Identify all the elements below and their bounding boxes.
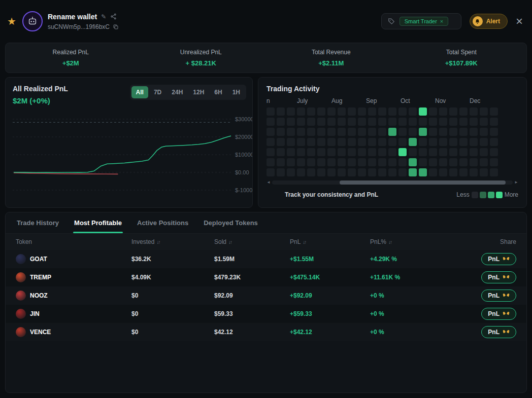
heatmap-cell[interactable] xyxy=(297,158,305,166)
sort-icon[interactable]: ↓↑ xyxy=(388,239,392,245)
heatmap-cell[interactable] xyxy=(409,107,417,116)
heatmap-cell[interactable] xyxy=(439,158,447,166)
heatmap-cell[interactable] xyxy=(287,118,295,126)
heatmap-cell[interactable] xyxy=(388,168,396,176)
sort-icon[interactable]: ↓↑ xyxy=(156,239,160,245)
heatmap-cell[interactable] xyxy=(327,118,336,126)
heatmap-cell[interactable] xyxy=(368,107,376,116)
heatmap-cell[interactable] xyxy=(267,118,275,126)
share-pnl-button[interactable]: PnL xyxy=(481,271,516,283)
heatmap-cell[interactable] xyxy=(409,158,417,166)
heatmap-cell[interactable] xyxy=(287,158,295,166)
heatmap-cell[interactable] xyxy=(388,158,396,166)
heatmap-cell[interactable] xyxy=(409,118,417,126)
heatmap-cell[interactable] xyxy=(307,168,315,176)
heatmap-cell[interactable] xyxy=(338,168,346,176)
heatmap-cell[interactable] xyxy=(490,118,498,126)
heatmap-cell[interactable] xyxy=(470,107,478,116)
heatmap-cell[interactable] xyxy=(338,118,346,126)
scrollbar-thumb[interactable] xyxy=(340,180,506,185)
heatmap-cell[interactable] xyxy=(388,118,396,126)
table-row[interactable]: VENCE$0$42.12+$42.12+0 %PnL xyxy=(6,323,526,341)
heatmap-cell[interactable] xyxy=(470,138,478,146)
heatmap-cell[interactable] xyxy=(348,128,356,136)
heatmap-cell[interactable] xyxy=(490,128,498,136)
heatmap-cell[interactable] xyxy=(419,158,427,166)
heatmap-cell[interactable] xyxy=(277,168,285,176)
heatmap-cell[interactable] xyxy=(470,118,478,126)
heatmap-cell[interactable] xyxy=(277,138,285,146)
heatmap-cell[interactable] xyxy=(277,158,285,166)
sort-icon[interactable]: ↓↑ xyxy=(228,239,232,245)
heatmap-cell[interactable] xyxy=(297,148,305,156)
heatmap-cell[interactable] xyxy=(327,148,336,156)
share-pnl-button[interactable]: PnL xyxy=(481,290,516,302)
share-wallet-icon[interactable] xyxy=(110,13,117,20)
heatmap-cell[interactable] xyxy=(317,118,325,126)
heatmap-cell[interactable] xyxy=(470,148,478,156)
heatmap-cell[interactable] xyxy=(267,128,275,136)
token-cell[interactable]: JIN xyxy=(16,309,131,319)
heatmap-cell[interactable] xyxy=(368,148,376,156)
heatmap-cell[interactable] xyxy=(368,168,376,176)
heatmap-cell[interactable] xyxy=(398,118,407,126)
heatmap-cell[interactable] xyxy=(388,138,396,146)
heatmap-cell[interactable] xyxy=(439,168,447,176)
heatmap-cell[interactable] xyxy=(368,118,376,126)
token-cell[interactable]: NOOZ xyxy=(16,291,131,301)
heatmap-cell[interactable] xyxy=(327,158,336,166)
heatmap-cell[interactable] xyxy=(348,148,356,156)
wallet-tags-box[interactable]: Smart Trader × xyxy=(381,13,461,29)
heatmap-cell[interactable] xyxy=(317,107,325,116)
heatmap-cell[interactable] xyxy=(490,168,498,176)
heatmap-cell[interactable] xyxy=(449,118,457,126)
heatmap-cell[interactable] xyxy=(338,158,346,166)
token-cell[interactable]: GOAT xyxy=(16,254,131,264)
heatmap-cell[interactable] xyxy=(277,107,285,116)
range-tab-7d[interactable]: 7D xyxy=(149,86,166,98)
heatmap-cell[interactable] xyxy=(348,168,356,176)
heatmap-scrollbar[interactable]: ◄ ► xyxy=(267,180,518,185)
range-tab-12h[interactable]: 12H xyxy=(188,86,209,98)
table-row[interactable]: TREMP$4.09K$479.23K+$475.14K+11.61K %PnL xyxy=(6,268,526,286)
heatmap-cell[interactable] xyxy=(398,107,407,116)
column-header-pnl[interactable]: PnL↓↑ xyxy=(290,238,370,245)
heatmap-cell[interactable] xyxy=(327,107,336,116)
heatmap-cell[interactable] xyxy=(459,118,468,126)
heatmap-cell[interactable] xyxy=(277,118,285,126)
column-header-invested[interactable]: Invested↓↑ xyxy=(131,238,214,245)
heatmap-cell[interactable] xyxy=(317,148,325,156)
column-header-sold[interactable]: Sold↓↑ xyxy=(214,238,290,245)
heatmap-cell[interactable] xyxy=(297,118,305,126)
heatmap-cell[interactable] xyxy=(388,107,396,116)
range-tab-6h[interactable]: 6H xyxy=(210,86,226,98)
copy-address-icon[interactable] xyxy=(113,24,119,30)
heatmap-cell[interactable] xyxy=(480,158,488,166)
heatmap-cell[interactable] xyxy=(398,168,407,176)
heatmap-cell[interactable] xyxy=(419,128,427,136)
heatmap-cell[interactable] xyxy=(419,168,427,176)
heatmap-cell[interactable] xyxy=(327,128,336,136)
heatmap-cell[interactable] xyxy=(267,148,275,156)
heatmap-cell[interactable] xyxy=(480,138,488,146)
heatmap-cell[interactable] xyxy=(480,168,488,176)
alert-button[interactable]: Alert xyxy=(470,14,508,29)
scroll-right-icon[interactable]: ► xyxy=(514,180,518,185)
heatmap-cell[interactable] xyxy=(449,158,457,166)
heatmap-cell[interactable] xyxy=(338,107,346,116)
heatmap-cell[interactable] xyxy=(338,138,346,146)
heatmap-cell[interactable] xyxy=(297,168,305,176)
share-pnl-button[interactable]: PnL xyxy=(481,326,516,338)
heatmap-cell[interactable] xyxy=(368,128,376,136)
heatmap-cell[interactable] xyxy=(267,138,275,146)
heatmap-cell[interactable] xyxy=(439,128,447,136)
heatmap-cell[interactable] xyxy=(368,158,376,166)
heatmap-cell[interactable] xyxy=(470,158,478,166)
heatmap-cell[interactable] xyxy=(358,138,366,146)
heatmap-cell[interactable] xyxy=(267,107,275,116)
heatmap-cell[interactable] xyxy=(297,138,305,146)
favorite-star-icon[interactable]: ★ xyxy=(7,15,16,27)
heatmap-cell[interactable] xyxy=(490,158,498,166)
sort-icon[interactable]: ↓↑ xyxy=(303,239,307,245)
heatmap-cell[interactable] xyxy=(449,148,457,156)
